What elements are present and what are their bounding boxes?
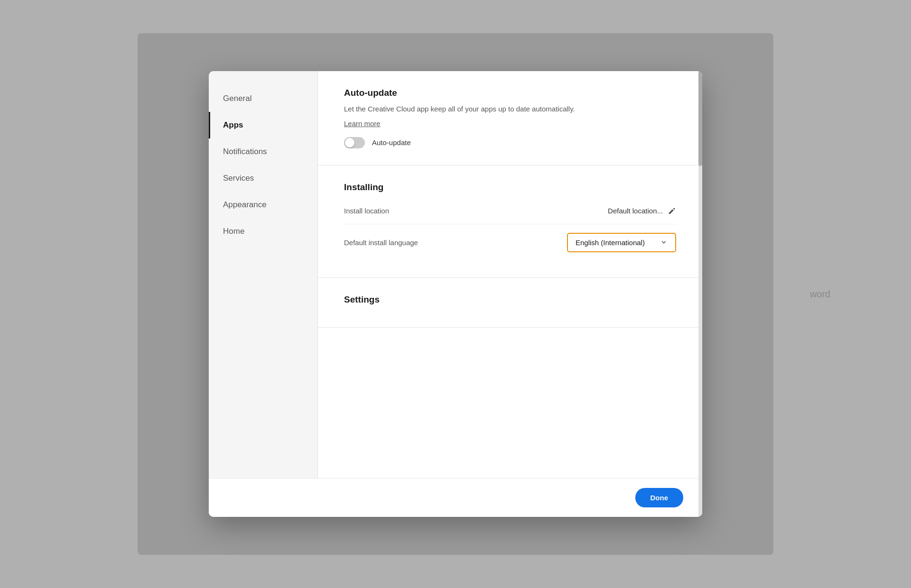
settings-section: Settings: [318, 278, 702, 328]
settings-title: Settings: [344, 294, 676, 305]
language-select-value: English (International): [576, 239, 645, 247]
scrollbar-thumb[interactable]: [698, 71, 702, 166]
sidebar-item-notifications[interactable]: Notifications: [209, 138, 317, 165]
auto-update-toggle[interactable]: [344, 137, 365, 148]
background-word-hint: word: [810, 289, 830, 300]
installing-section: Installing Install location Default loca…: [318, 165, 702, 278]
auto-update-toggle-row: Auto-update: [344, 137, 676, 148]
install-location-row: Install location Default location...: [344, 198, 676, 224]
main-content: Auto-update Let the Creative Cloud app k…: [318, 71, 702, 478]
settings-dialog: General Apps Notifications Services Appe…: [209, 71, 702, 517]
default-language-label: Default install language: [344, 239, 418, 247]
default-language-row: Default install language English (Intern…: [344, 224, 676, 261]
install-location-value-group: Default location...: [608, 207, 676, 215]
edit-icon[interactable]: [668, 207, 676, 215]
language-select-dropdown[interactable]: English (International): [567, 233, 676, 252]
scrollbar-track[interactable]: [698, 71, 702, 478]
learn-more-link[interactable]: Learn more: [344, 119, 381, 128]
sidebar-item-appearance[interactable]: Appearance: [209, 192, 317, 218]
installing-title: Installing: [344, 182, 676, 193]
outer-container: General Apps Notifications Services Appe…: [138, 33, 773, 555]
sidebar-item-services[interactable]: Services: [209, 165, 317, 192]
sidebar-item-home[interactable]: Home: [209, 218, 317, 245]
chevron-down-icon: [660, 239, 668, 246]
auto-update-section: Auto-update Let the Creative Cloud app k…: [318, 71, 702, 165]
auto-update-toggle-label: Auto-update: [372, 138, 411, 147]
sidebar-item-apps[interactable]: Apps: [209, 112, 317, 138]
toggle-knob: [345, 138, 354, 147]
sidebar-item-general[interactable]: General: [209, 85, 317, 112]
dialog-body: General Apps Notifications Services Appe…: [209, 71, 702, 478]
install-location-value: Default location...: [608, 207, 663, 215]
sidebar: General Apps Notifications Services Appe…: [209, 71, 318, 478]
auto-update-description: Let the Creative Cloud app keep all of y…: [344, 104, 676, 115]
dialog-footer: Done: [209, 478, 702, 517]
auto-update-title: Auto-update: [344, 88, 676, 98]
install-location-label: Install location: [344, 207, 389, 215]
done-button[interactable]: Done: [635, 488, 684, 507]
